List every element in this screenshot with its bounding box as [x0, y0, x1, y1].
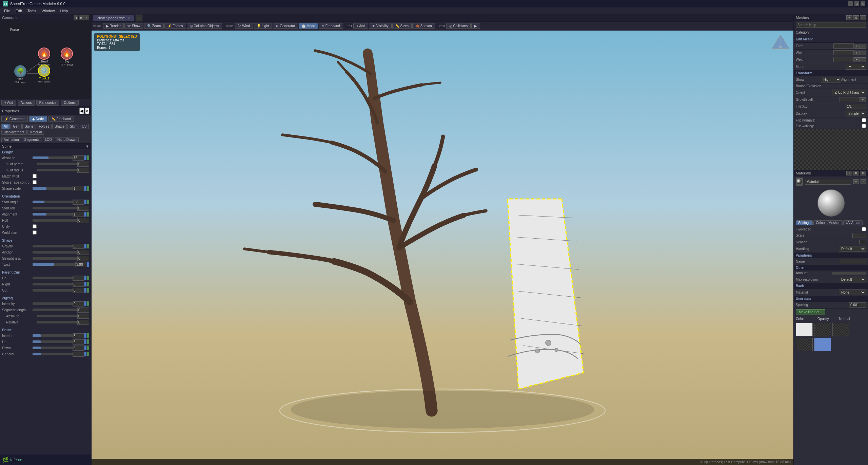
- twist-input[interactable]: [75, 262, 87, 267]
- menu-window[interactable]: Window: [39, 7, 57, 14]
- weld2-minus-btn[interactable]: -: [860, 57, 866, 62]
- menu-edit[interactable]: Edit: [13, 7, 25, 14]
- sizes-btn[interactable]: 📏 Sizes: [392, 23, 412, 29]
- gen-panel-close[interactable]: ×: [84, 15, 89, 20]
- grab-input[interactable]: [833, 43, 854, 49]
- segment-length-slider[interactable]: [33, 309, 77, 311]
- zig-absolute-input[interactable]: [77, 314, 89, 319]
- roll-input[interactable]: [77, 218, 89, 223]
- freehand-btn[interactable]: ✏ Freehand: [319, 23, 343, 29]
- weld1-btn[interactable]: +: [854, 51, 860, 55]
- node-tree[interactable]: 🌳 Tree 604 polys: [14, 65, 26, 84]
- new-tab-button[interactable]: +: [136, 15, 142, 21]
- material-remove-btn[interactable]: -: [861, 179, 866, 184]
- display-dropdown[interactable]: Simple Manual: [846, 111, 866, 116]
- mat-scale-input[interactable]: [852, 233, 866, 238]
- weld1-minus-btn[interactable]: -: [860, 51, 866, 55]
- growth-input[interactable]: [840, 97, 860, 102]
- menu-file[interactable]: File: [1, 7, 13, 14]
- scene-tab-close[interactable]: ×: [127, 16, 130, 20]
- prune-interior-slider[interactable]: [33, 334, 73, 337]
- spacing-input[interactable]: [849, 302, 866, 308]
- prune-up-input[interactable]: [73, 339, 84, 345]
- meshes-close-btn[interactable]: ×: [860, 15, 866, 20]
- tab-generator[interactable]: ⚡ Generator: [1, 116, 28, 122]
- cat-material[interactable]: Material: [27, 130, 44, 135]
- cat-displacement[interactable]: Displacement: [1, 130, 27, 135]
- subtab-hand-drawn[interactable]: Hand Drawn: [55, 137, 79, 142]
- prune-down-input[interactable]: [73, 346, 84, 351]
- add-button[interactable]: + Add: [1, 100, 16, 106]
- mat-tab-colours[interactable]: Colours/Meshes: [813, 220, 843, 225]
- straightness-input[interactable]: [77, 256, 89, 261]
- unify-checkbox[interactable]: [33, 224, 37, 228]
- intensity-slider[interactable]: [33, 302, 73, 305]
- zig-absolute-slider[interactable]: [37, 315, 77, 317]
- post-extra-btn[interactable]: ▶: [471, 23, 480, 29]
- material-name-input[interactable]: [805, 179, 851, 185]
- cat-uv[interactable]: UV: [80, 124, 89, 129]
- node-big[interactable]: 🔥 Big 7674 polys: [60, 48, 74, 66]
- close-button[interactable]: ✕: [861, 1, 865, 6]
- anchor-slider[interactable]: [33, 251, 77, 254]
- gen-panel-expand[interactable]: ▶: [79, 15, 84, 20]
- prop-panel-minimize[interactable]: ◀: [79, 108, 84, 114]
- zoom-btn[interactable]: 🔍 Zoom: [144, 23, 164, 29]
- show-dropdown[interactable]: High Medium Low: [821, 77, 841, 82]
- forces-btn[interactable]: ⚡ Forces: [164, 23, 186, 29]
- prune-interior-input[interactable]: [73, 333, 84, 338]
- mode-btn[interactable]: ⬤ Mode: [299, 23, 318, 29]
- navigation-cube[interactable]: xyz: [770, 33, 791, 54]
- maximize-button[interactable]: □: [854, 1, 859, 6]
- start-roll-slider[interactable]: [33, 207, 77, 209]
- color-swatch-white[interactable]: [796, 323, 813, 336]
- curl-up-input[interactable]: [73, 276, 84, 281]
- curl-up-slider[interactable]: [33, 277, 73, 279]
- handling-dropdown[interactable]: Default: [839, 246, 866, 252]
- curl-out-slider[interactable]: [33, 289, 73, 292]
- tile-input[interactable]: [846, 104, 866, 109]
- cat-all[interactable]: All: [1, 124, 10, 129]
- add-edit-btn[interactable]: + Add: [353, 23, 368, 29]
- season-btn[interactable]: 🍂 Season: [412, 23, 435, 29]
- materials-settings-btn[interactable]: ⚙: [853, 171, 859, 175]
- weld1-input[interactable]: [833, 50, 854, 55]
- mat-tab-settings[interactable]: Settings: [796, 220, 813, 225]
- shape-scale-slider[interactable]: [33, 187, 73, 190]
- normal-swatch[interactable]: [814, 338, 831, 351]
- cat-spine[interactable]: Spine: [22, 124, 36, 129]
- options-button[interactable]: Options: [61, 100, 78, 106]
- twist-slider[interactable]: [33, 263, 75, 266]
- meshes-add-btn[interactable]: +: [846, 15, 852, 20]
- prune-up-slider[interactable]: [33, 340, 73, 343]
- stop-shape-checkbox[interactable]: [33, 180, 37, 184]
- meshes-settings-btn[interactable]: ⚙: [853, 15, 859, 20]
- actions-button[interactable]: Actions: [18, 100, 35, 106]
- orient-dropdown[interactable]: Z-Up Right-handed: [832, 90, 866, 95]
- color-swatch-checker[interactable]: [814, 323, 831, 336]
- weld2-input[interactable]: [833, 57, 854, 62]
- pct-radius-input[interactable]: [77, 168, 89, 173]
- match-tilt-checkbox[interactable]: [33, 174, 37, 178]
- gen-panel-minimize[interactable]: ◀: [74, 15, 78, 20]
- generator-btn[interactable]: ⚙ Generator: [273, 23, 298, 29]
- light-btn[interactable]: 💡 Light: [254, 23, 272, 29]
- two-sided-checkbox[interactable]: [862, 227, 866, 231]
- prune-general-slider[interactable]: [33, 353, 73, 355]
- minimize-button[interactable]: ─: [848, 1, 853, 6]
- randomize-button[interactable]: Randomize: [36, 100, 60, 106]
- start-angle-slider[interactable]: [33, 201, 73, 203]
- material-add-btn[interactable]: +: [853, 179, 859, 184]
- roll-slider[interactable]: [33, 219, 77, 222]
- make-bro-btn[interactable]: Make Bro Set...: [796, 309, 825, 315]
- pct-parent-input[interactable]: [77, 162, 89, 167]
- intensity-input[interactable]: [73, 301, 84, 306]
- absolute-input[interactable]: [73, 155, 84, 161]
- grab-btn[interactable]: +: [854, 44, 860, 49]
- node-trunk2[interactable]: ⚙️ Trunk 2 684 polys: [38, 64, 50, 83]
- materials-close-btn[interactable]: ×: [860, 171, 866, 175]
- node-small[interactable]: 🔥 Small 646 polys: [38, 48, 50, 66]
- pct-parent-slider[interactable]: [37, 163, 77, 165]
- show-btn[interactable]: 👁 Show: [124, 23, 143, 29]
- gravity-slider[interactable]: [33, 245, 73, 247]
